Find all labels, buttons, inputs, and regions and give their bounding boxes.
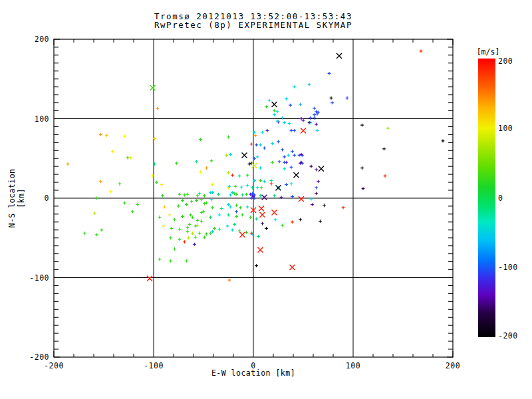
scatter-point bbox=[281, 148, 284, 152]
scatter-point bbox=[123, 134, 126, 138]
scatter-point bbox=[255, 144, 258, 147]
scatter-point bbox=[287, 154, 290, 157]
x-marker bbox=[272, 102, 277, 107]
x-marker bbox=[290, 265, 295, 270]
scatter-point bbox=[100, 228, 104, 231]
scatter-point bbox=[271, 142, 274, 145]
scatter-point bbox=[199, 138, 202, 141]
scatter-point bbox=[226, 224, 229, 227]
scatter-point bbox=[218, 227, 221, 231]
scatter-point bbox=[346, 96, 349, 100]
x-marker bbox=[259, 206, 264, 211]
scatter-point bbox=[199, 170, 202, 174]
scatter-point bbox=[193, 243, 196, 246]
scatter-point bbox=[315, 122, 318, 126]
scatter-point bbox=[95, 197, 98, 200]
x-marker bbox=[262, 195, 267, 200]
scatter-point bbox=[123, 201, 126, 205]
scatter-point bbox=[317, 180, 320, 184]
scatter-point bbox=[183, 194, 186, 197]
scatter-point bbox=[278, 160, 281, 164]
scatter-point bbox=[227, 213, 230, 217]
scatter-point bbox=[227, 136, 230, 139]
scatter-point bbox=[191, 215, 194, 219]
scatter-point bbox=[316, 129, 319, 132]
scatter-point bbox=[239, 206, 242, 209]
scatter-point bbox=[105, 134, 108, 137]
scatter-point bbox=[189, 213, 192, 217]
scatter-point bbox=[255, 264, 258, 267]
scatter-point bbox=[235, 203, 238, 207]
scatter-point bbox=[186, 230, 190, 233]
scatter-point bbox=[310, 165, 313, 168]
scatter-point bbox=[342, 206, 345, 209]
scatter-point bbox=[185, 259, 188, 263]
x-axis-label: E-W location [km] bbox=[0, 368, 507, 378]
scatter-point bbox=[178, 193, 182, 196]
scatter-point bbox=[218, 213, 221, 217]
scatter-point bbox=[276, 110, 279, 113]
scatter-point bbox=[111, 150, 114, 153]
x-marker bbox=[301, 128, 306, 133]
scatter-point bbox=[158, 258, 162, 261]
scatter-point bbox=[213, 227, 216, 230]
scatter-point bbox=[178, 238, 182, 241]
scatter-point bbox=[228, 279, 231, 282]
colorbar-tick-label: -100 bbox=[498, 263, 518, 272]
scatter-point bbox=[293, 85, 296, 88]
scatter-point bbox=[227, 203, 230, 206]
scatter-point bbox=[300, 117, 303, 120]
scatter-point bbox=[129, 156, 132, 160]
scatter-point bbox=[299, 218, 302, 221]
x-marker bbox=[294, 172, 299, 178]
scatter-point bbox=[273, 109, 276, 112]
scatter-point bbox=[169, 259, 172, 263]
scatter-point bbox=[227, 171, 230, 174]
scatter-point bbox=[196, 219, 200, 222]
scatter-point bbox=[229, 205, 232, 209]
scatter-point bbox=[249, 215, 252, 219]
x-marker bbox=[242, 152, 247, 158]
x-marker bbox=[147, 276, 152, 281]
scatter-point bbox=[181, 199, 184, 202]
scatter-point bbox=[200, 219, 203, 223]
scatter-point bbox=[283, 167, 286, 170]
scatter-point bbox=[323, 203, 326, 207]
scatter-point bbox=[382, 148, 386, 151]
scatter-point bbox=[273, 113, 276, 116]
x-marker bbox=[272, 210, 277, 215]
scatter-point bbox=[263, 180, 266, 184]
scatter-point bbox=[211, 206, 214, 209]
scatter-point bbox=[291, 150, 294, 153]
scatter-point bbox=[155, 181, 158, 184]
scatter-point bbox=[289, 104, 292, 107]
scatter-point bbox=[283, 161, 286, 164]
scatter-point bbox=[257, 235, 260, 238]
scatter-point bbox=[270, 182, 273, 186]
scatter-point bbox=[255, 217, 258, 221]
scatter-point bbox=[99, 133, 102, 136]
scatter-point bbox=[299, 103, 302, 106]
scatter-point bbox=[260, 186, 263, 190]
scatter-point bbox=[328, 72, 331, 75]
scatter-point bbox=[235, 215, 238, 218]
scatter-point bbox=[283, 155, 286, 158]
scatter-point bbox=[99, 180, 102, 184]
scatter-point bbox=[231, 228, 234, 231]
scatter-point bbox=[170, 227, 174, 230]
scatter-point bbox=[198, 192, 201, 195]
scatter-point bbox=[163, 205, 166, 209]
scatter-point bbox=[281, 223, 284, 227]
scatter-point bbox=[238, 174, 241, 178]
scatter-point bbox=[362, 187, 365, 190]
scatter-point bbox=[235, 210, 238, 213]
scatter-point bbox=[194, 235, 198, 239]
scatter-point bbox=[173, 247, 176, 251]
scatter-point bbox=[173, 218, 176, 221]
colorbar-tick-label: 0 bbox=[498, 194, 503, 203]
scatter-point bbox=[386, 126, 390, 130]
scatter-point bbox=[220, 207, 223, 210]
scatter-point bbox=[203, 194, 206, 198]
scatter-point bbox=[156, 107, 160, 110]
colorbar-tick-label: -200 bbox=[498, 331, 518, 340]
